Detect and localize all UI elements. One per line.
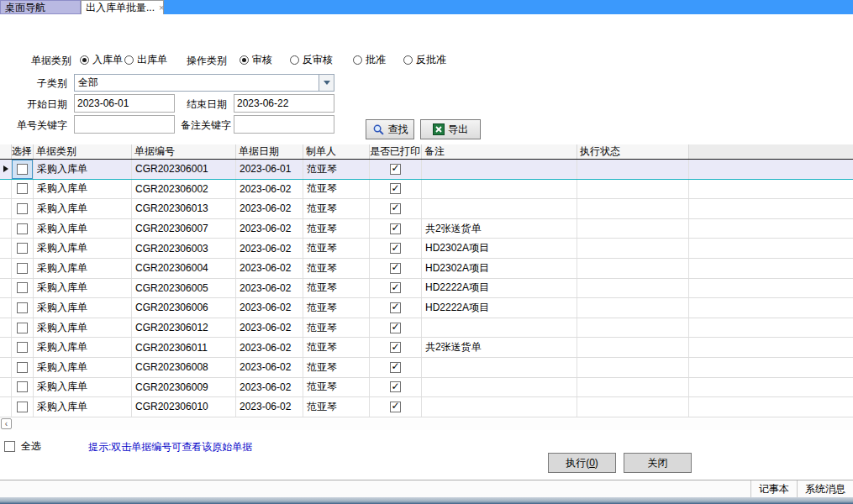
printed-checkbox[interactable] (390, 323, 401, 333)
row-select-cell[interactable] (12, 378, 34, 397)
row-select-cell[interactable] (12, 180, 34, 199)
tab-batch-doc[interactable]: 出入库单批量... × (81, 0, 164, 14)
cell-doc-no[interactable]: CGR202306005 (132, 279, 236, 298)
row-select-cell[interactable] (12, 397, 34, 417)
cell-doc-no[interactable]: CGR202306002 (132, 180, 236, 199)
row-select-checkbox[interactable] (17, 362, 28, 373)
cell-doc-no[interactable]: CGR202306007 (132, 219, 236, 239)
table-row[interactable]: 采购入库单 CGR202306013 2023-06-02 范亚琴 (0, 199, 853, 219)
printed-checkbox[interactable] (390, 302, 401, 313)
header-select[interactable]: 选择 (12, 144, 34, 159)
end-date-input[interactable]: 2023-06-22 (234, 94, 334, 113)
row-select-checkbox[interactable] (17, 323, 28, 333)
cell-doc-no[interactable]: CGR202306001 (132, 160, 236, 179)
cell-doc-no[interactable]: CGR202306003 (132, 239, 236, 258)
printed-checkbox[interactable] (390, 282, 401, 293)
table-row[interactable]: 采购入库单 CGR202306006 2023-06-02 范亚琴 HD2222… (0, 298, 853, 318)
radio-unaudit[interactable]: 反审核 (290, 53, 333, 67)
tab-desktop-nav[interactable]: 桌面导航 (0, 0, 81, 14)
radio-approve[interactable]: 批准 (353, 53, 386, 67)
header-doc-no[interactable]: 单据编号 (132, 144, 236, 159)
row-select-checkbox[interactable] (17, 381, 28, 392)
row-select-cell[interactable] (12, 219, 34, 239)
row-select-checkbox[interactable] (17, 164, 28, 175)
row-select-cell[interactable] (12, 160, 34, 179)
table-row[interactable]: 采购入库单 CGR202306011 2023-06-02 范亚琴 共2张送货单 (0, 338, 853, 358)
cell-doc-no[interactable]: CGR202306011 (132, 338, 236, 357)
cell-doc-no[interactable]: CGR202306004 (132, 259, 236, 278)
printed-checkbox[interactable] (390, 402, 401, 412)
start-date-input[interactable]: 2023-06-01 (74, 94, 175, 113)
cell-doc-no[interactable]: CGR202306006 (132, 298, 236, 318)
table-row[interactable]: 采购入库单 CGR202306009 2023-06-02 范亚琴 (0, 378, 853, 398)
row-select-checkbox[interactable] (17, 223, 28, 234)
subtype-select[interactable]: 全部 (74, 74, 334, 92)
row-select-cell[interactable] (12, 358, 34, 377)
row-select-cell[interactable] (12, 298, 34, 318)
header-creator[interactable]: 制单人 (303, 144, 370, 159)
printed-checkbox[interactable] (390, 183, 401, 194)
table-row[interactable]: 采购入库单 CGR202306003 2023-06-02 范亚琴 HD2302… (0, 239, 853, 259)
select-all-control[interactable]: 全选 (4, 439, 41, 454)
row-select-checkbox[interactable] (17, 302, 28, 313)
row-select-cell[interactable] (12, 199, 34, 218)
table-row[interactable]: 采购入库单 CGR202306012 2023-06-02 范亚琴 (0, 318, 853, 339)
printed-checkbox[interactable] (390, 263, 401, 274)
row-select-cell[interactable] (12, 279, 34, 298)
scroll-left-arrow-icon[interactable]: ‹ (1, 418, 12, 429)
execute-button[interactable]: 执行(0) (548, 453, 616, 473)
row-select-checkbox[interactable] (17, 243, 28, 254)
radio-unapprove[interactable]: 反批准 (403, 53, 446, 67)
radio-unaudit-icon[interactable] (290, 55, 299, 65)
statusbar-notepad[interactable]: 记事本 (750, 480, 797, 497)
table-row[interactable]: 采购入库单 CGR202306005 2023-06-02 范亚琴 HD2222… (0, 279, 853, 299)
table-row[interactable]: 采购入库单 CGR202306010 2023-06-02 范亚琴 (0, 397, 853, 417)
printed-checkbox[interactable] (390, 203, 401, 214)
printed-checkbox[interactable] (390, 223, 401, 234)
export-button[interactable]: 导出 (420, 119, 481, 139)
select-all-checkbox[interactable] (4, 441, 15, 452)
tab-close-icon[interactable]: × (159, 3, 164, 13)
cell-doc-no[interactable]: CGR202306009 (132, 378, 236, 397)
row-select-cell[interactable] (12, 259, 34, 278)
header-doc-date[interactable]: 单据日期 (236, 144, 303, 159)
radio-inbound-icon[interactable] (80, 55, 89, 65)
header-doc-type[interactable]: 单据类别 (34, 144, 132, 159)
table-row[interactable]: 采购入库单 CGR202306004 2023-06-02 范亚琴 HD2302… (0, 259, 853, 279)
row-select-checkbox[interactable] (17, 342, 28, 353)
header-printed[interactable]: 是否已打印 (370, 144, 422, 159)
cell-doc-no[interactable]: CGR202306008 (132, 358, 236, 377)
table-row[interactable]: 采购入库单 CGR202306002 2023-06-02 范亚琴 (0, 180, 853, 200)
radio-unapprove-icon[interactable] (403, 55, 413, 65)
row-select-checkbox[interactable] (17, 282, 28, 293)
row-select-cell[interactable] (12, 338, 34, 357)
printed-checkbox[interactable] (390, 381, 401, 392)
cell-doc-no[interactable]: CGR202306010 (132, 397, 236, 417)
horizontal-scrollbar[interactable]: ‹ (0, 418, 853, 430)
row-select-cell[interactable] (12, 239, 34, 258)
printed-checkbox[interactable] (390, 243, 401, 254)
row-select-checkbox[interactable] (17, 402, 28, 412)
table-row[interactable]: 采购入库单 CGR202306007 2023-06-02 范亚琴 共2张送货单 (0, 219, 853, 239)
remark-keyword-input[interactable] (234, 115, 334, 134)
cell-doc-no[interactable]: CGR202306013 (132, 199, 236, 218)
row-select-checkbox[interactable] (17, 263, 28, 274)
statusbar-system-message[interactable]: 系统消息 (797, 480, 853, 497)
radio-approve-icon[interactable] (353, 55, 362, 65)
header-remark[interactable]: 备注 (422, 144, 577, 159)
printed-checkbox[interactable] (390, 362, 401, 373)
row-select-checkbox[interactable] (17, 203, 28, 214)
search-button[interactable]: 查找 (366, 119, 414, 139)
cell-doc-no[interactable]: CGR202306012 (132, 318, 236, 338)
printed-checkbox[interactable] (390, 342, 401, 353)
table-row[interactable]: 采购入库单 CGR202306008 2023-06-02 范亚琴 (0, 358, 853, 378)
table-row[interactable]: 采购入库单 CGR202306001 2023-06-01 范亚琴 (0, 160, 853, 180)
printed-checkbox[interactable] (390, 164, 401, 175)
row-select-checkbox[interactable] (17, 183, 28, 194)
doc-no-keyword-input[interactable] (74, 115, 175, 134)
radio-audit-icon[interactable] (240, 55, 249, 65)
radio-audit[interactable]: 审核 (240, 53, 272, 67)
radio-outbound-icon[interactable] (124, 55, 134, 65)
chevron-down-icon[interactable] (319, 75, 334, 91)
row-select-cell[interactable] (12, 318, 34, 338)
